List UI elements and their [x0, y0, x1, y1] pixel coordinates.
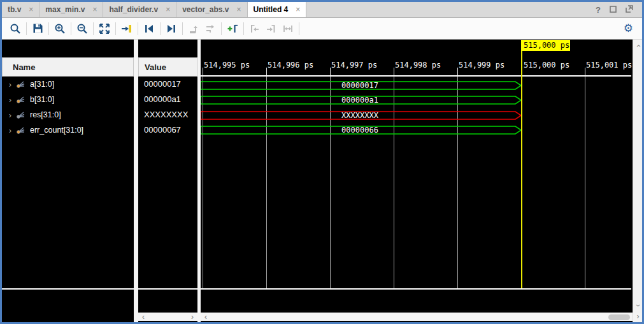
- waveform-bottom-line: [201, 288, 631, 290]
- gridline: [330, 77, 331, 288]
- name-column-header[interactable]: Name: [2, 57, 134, 77]
- signal-name: a[31:0]: [30, 80, 54, 89]
- expand-chevron-icon[interactable]: ›: [6, 80, 15, 89]
- next-transition-icon[interactable]: [163, 20, 180, 37]
- zoom-fit-icon[interactable]: [96, 20, 113, 37]
- tab-bar: tb.v × max_min.v × half_divider.v × vect…: [2, 2, 642, 18]
- horizontal-scroll-thumb[interactable]: [608, 314, 630, 320]
- close-icon[interactable]: ×: [166, 5, 170, 14]
- values-top-strip: [138, 40, 197, 57]
- axis-tick: [585, 68, 585, 75]
- signal-name: b[31:0]: [30, 95, 54, 104]
- tab-label: half_divider.v: [109, 5, 158, 14]
- help-icon[interactable]: ?: [596, 5, 601, 15]
- close-icon[interactable]: ×: [296, 5, 300, 14]
- expand-chevron-icon[interactable]: ›: [6, 110, 15, 120]
- panel-splitter[interactable]: [134, 40, 138, 322]
- step-over-icon[interactable]: [202, 20, 218, 37]
- scroll-up-icon[interactable]: ›: [634, 41, 643, 51]
- tab-tb.v[interactable]: tb.v ×: [2, 2, 39, 17]
- signal-values-panel: Value 00000017 000000a1 XXXXXXXX 0000006…: [138, 40, 197, 322]
- signal-row-err-count[interactable]: › err_count[31:0]: [2, 122, 134, 138]
- axis-tick: [203, 68, 203, 75]
- value-column-header[interactable]: Value: [138, 57, 197, 77]
- previous-transition-icon[interactable]: [141, 20, 157, 37]
- bus-value-label: 00000066: [201, 126, 519, 135]
- time-tick-label: 514,999 ps: [459, 61, 504, 70]
- axis-tick: [394, 68, 394, 75]
- tab-vector_abs.v[interactable]: vector_abs.v ×: [176, 2, 247, 17]
- scroll-down-icon[interactable]: ›: [634, 301, 643, 311]
- name-header-label: Name: [3, 63, 35, 72]
- bus-value-label: XXXXXXXX: [201, 111, 519, 120]
- bus-signal-icon: [16, 96, 26, 104]
- time-tick-label: 515,001 ps: [586, 61, 632, 70]
- waveform-horizontal-scrollbar[interactable]: ‹: [201, 313, 633, 321]
- scroll-right-icon[interactable]: ›: [633, 313, 643, 321]
- tab-label: tb.v: [8, 5, 21, 14]
- scroll-left-icon[interactable]: ‹: [140, 313, 147, 321]
- time-tick-label: 514,998 ps: [395, 61, 441, 70]
- signal-value: 00000067: [138, 122, 197, 138]
- time-tick-label: 514,995 ps: [204, 61, 250, 70]
- signal-rows: › a[31:0] › b[31:0] ›: [2, 77, 134, 138]
- close-icon[interactable]: ×: [237, 5, 241, 14]
- names-top-strip: [2, 40, 134, 57]
- zoom-in-icon[interactable]: [52, 20, 68, 37]
- close-icon[interactable]: ×: [29, 5, 33, 14]
- gridline: [457, 77, 458, 288]
- zoom-out-icon[interactable]: [74, 20, 90, 37]
- add-marker-icon[interactable]: [224, 20, 241, 37]
- tab-half_divider.v[interactable]: half_divider.v ×: [103, 2, 176, 17]
- previous-marker-icon[interactable]: [247, 20, 263, 37]
- relaunch-up-icon[interactable]: [185, 20, 202, 37]
- gridline: [266, 77, 267, 288]
- float-window-icon[interactable]: [626, 4, 633, 15]
- names-bottom-line: [2, 288, 134, 290]
- vivado-waveform-window: tb.v × max_min.v × half_divider.v × vect…: [0, 0, 644, 324]
- gridline: [585, 77, 585, 288]
- scroll-left-icon[interactable]: ‹: [202, 313, 210, 321]
- axis-tick: [266, 68, 267, 75]
- bus-signal-icon: [16, 111, 26, 119]
- window-controls: ?: [596, 2, 642, 17]
- scroll-right-icon[interactable]: ›: [189, 313, 196, 321]
- signal-names-panel: Name › a[31:0] › b[31:0]: [2, 40, 134, 322]
- bus-signal-icon: [16, 126, 26, 135]
- gridline: [394, 77, 394, 288]
- waveform-vertical-scrollbar[interactable]: › › ›: [633, 40, 642, 322]
- save-icon[interactable]: [29, 20, 46, 37]
- axis-tick: [457, 68, 458, 75]
- signal-row-a[interactable]: › a[31:0]: [2, 77, 134, 92]
- signal-name: res[31:0]: [30, 110, 61, 119]
- signal-row-res[interactable]: › res[31:0]: [2, 107, 134, 122]
- bus-value-label: 00000017: [201, 81, 519, 90]
- time-tick-label: 515,000 ps: [524, 61, 569, 70]
- signal-value: 00000017: [138, 77, 197, 92]
- time-tick-label: 514,997 ps: [331, 61, 377, 70]
- expand-chevron-icon[interactable]: ›: [6, 126, 15, 135]
- cursor-time-badge[interactable]: 515,000 ps: [521, 40, 570, 51]
- maximize-icon[interactable]: [610, 4, 617, 15]
- bus-value-label: 000000a1: [201, 96, 519, 105]
- waveform-grid[interactable]: 00000017 000000a1 XXXXXXXX 00000066: [201, 77, 631, 288]
- settings-gear-icon[interactable]: ⚙: [624, 23, 633, 34]
- waveform-panel[interactable]: 515,000 ps 514,995 ps 514,996 ps 514,997…: [201, 40, 633, 322]
- tab-untitled-4[interactable]: Untitled 4 ×: [248, 2, 307, 17]
- go-to-time-icon[interactable]: [118, 20, 135, 37]
- snap-to-transition-icon[interactable]: [280, 20, 296, 37]
- time-tick-label: 514,996 ps: [268, 61, 313, 70]
- tab-label: Untitled 4: [254, 5, 289, 14]
- close-icon[interactable]: ×: [92, 5, 97, 14]
- wave-window-body: Name › a[31:0] › b[31:0]: [2, 40, 642, 322]
- expand-chevron-icon[interactable]: ›: [6, 95, 15, 105]
- signal-row-b[interactable]: › b[31:0]: [2, 92, 134, 107]
- values-horizontal-scrollbar[interactable]: ‹ ›: [138, 313, 197, 321]
- tab-label: vector_abs.v: [182, 5, 229, 14]
- time-cursor-line[interactable]: [521, 51, 522, 288]
- waveform-toolbar: ⚙: [2, 18, 642, 40]
- search-icon[interactable]: [7, 20, 24, 37]
- tab-label: max_min.v: [45, 5, 85, 14]
- tab-max_min.v[interactable]: max_min.v ×: [39, 2, 103, 17]
- next-marker-icon[interactable]: [263, 20, 280, 37]
